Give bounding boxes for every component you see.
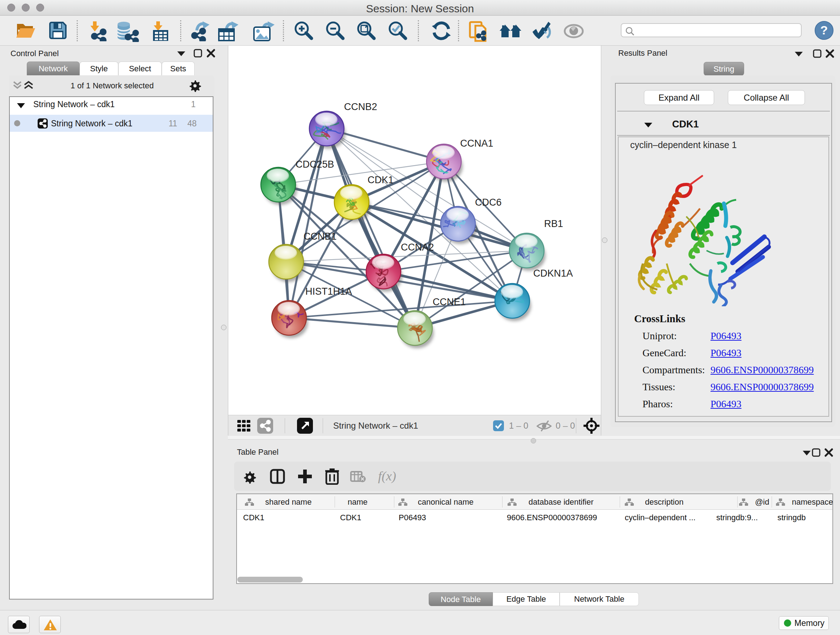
svg-text:CDK1: CDK1	[368, 174, 393, 185]
svg-text:?: ?	[821, 23, 828, 37]
svg-text:CCNE1: CCNE1	[433, 296, 466, 307]
svg-text:CCNB1: CCNB1	[303, 231, 337, 242]
svg-text:CDKN1A: CDKN1A	[533, 268, 573, 279]
svg-text:HIST1H1A: HIST1H1A	[305, 286, 352, 297]
svg-text:RB1: RB1	[544, 218, 563, 229]
svg-text:CDC6: CDC6	[475, 197, 502, 208]
svg-text:CCNA2: CCNA2	[401, 242, 434, 253]
svg-text:CCNB2: CCNB2	[344, 101, 377, 112]
svg-text:CCNA1: CCNA1	[460, 138, 493, 149]
svg-text:CDC25B: CDC25B	[295, 159, 334, 170]
